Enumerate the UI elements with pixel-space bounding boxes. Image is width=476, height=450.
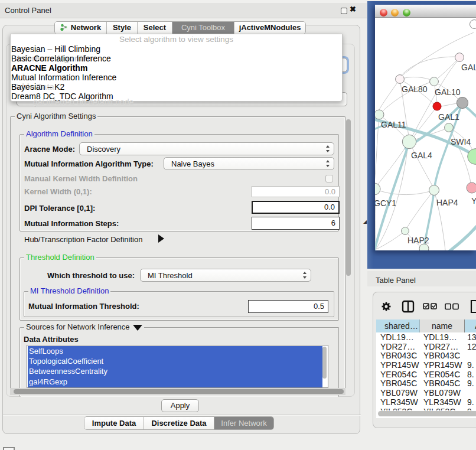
svg-text:HAP2: HAP2 <box>407 236 429 245</box>
svg-text:GAL: GAL <box>461 63 476 72</box>
svg-text:Y: Y <box>471 196 476 206</box>
svg-text:GAL1: GAL1 <box>438 112 459 122</box>
svg-text:SWI4: SWI4 <box>451 137 471 146</box>
svg-text:GAL11: GAL11 <box>381 120 406 129</box>
svg-text:GAL80: GAL80 <box>402 84 428 94</box>
svg-text:GAL10: GAL10 <box>435 87 461 97</box>
svg-text:GAL4: GAL4 <box>411 151 432 160</box>
svg-text:HAP4: HAP4 <box>436 198 458 207</box>
svg-text:GCY1: GCY1 <box>375 198 396 208</box>
